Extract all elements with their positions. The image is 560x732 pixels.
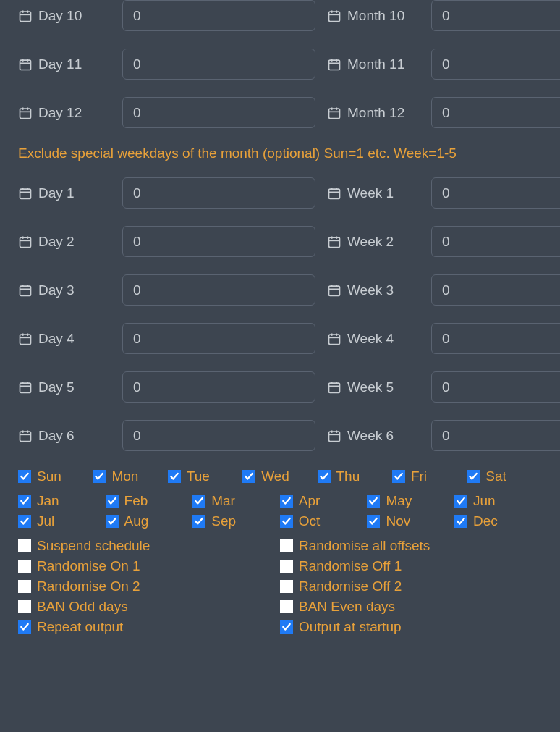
svg-rect-4 [329, 12, 340, 21]
calendar-icon [18, 235, 33, 249]
month-checkbox-item[interactable]: Sep [192, 513, 280, 534]
option-checkbox-item[interactable]: Randomise Off 1 [280, 558, 542, 579]
month-checkbox[interactable] [454, 515, 467, 528]
day-checkbox[interactable] [467, 470, 480, 483]
top_rows-right-input[interactable] [431, 0, 560, 31]
week_rows-left-input[interactable] [122, 226, 315, 257]
day-checkbox-item[interactable]: Mon [93, 468, 167, 489]
week_rows-left-field: Day 4 [18, 323, 315, 354]
option-checkbox[interactable] [280, 620, 293, 634]
option-checkbox-item[interactable]: Output at startup [280, 619, 542, 639]
day-checkbox[interactable] [168, 470, 181, 483]
month-checkbox-item[interactable]: Oct [280, 513, 368, 534]
day-checkbox[interactable] [93, 470, 106, 483]
week_rows-right-input[interactable] [431, 323, 560, 354]
month-checkbox[interactable] [280, 495, 293, 508]
option-label: Randomise Off 1 [299, 558, 402, 574]
day-checkbox-item[interactable]: Sat [467, 468, 541, 489]
field-label: Day 3 [18, 282, 112, 298]
top_rows-left-field: Day 10 [18, 0, 315, 31]
day-label: Mon [111, 468, 138, 484]
day-checkbox-item[interactable]: Wed [242, 468, 317, 489]
month-checkbox-item[interactable]: Aug [106, 513, 193, 534]
option-checkbox-item[interactable]: Suspend schedule [18, 538, 280, 558]
month-checkbox-item[interactable]: Dec [454, 513, 542, 534]
month-checkbox-item[interactable]: May [367, 493, 454, 513]
month-checkbox[interactable] [280, 515, 293, 528]
week_rows-left-input[interactable] [122, 371, 315, 403]
top_rows-right-field: Month 11 [327, 49, 560, 80]
option-label: Output at startup [299, 619, 402, 635]
field-label: Week 3 [327, 282, 421, 298]
week_rows-right-input[interactable] [431, 420, 560, 451]
week_rows-left-input[interactable] [122, 323, 315, 354]
week_rows-right-input[interactable] [431, 274, 560, 306]
month-checkbox[interactable] [18, 515, 31, 528]
option-checkbox-item[interactable]: Randomise On 1 [18, 558, 280, 579]
option-checkbox-item[interactable]: BAN Even days [280, 599, 542, 619]
week_rows-left-field: Day 1 [18, 177, 315, 209]
svg-rect-12 [329, 60, 340, 70]
top_rows-left-input[interactable] [122, 97, 315, 128]
option-label: Suspend schedule [37, 538, 150, 554]
month-label: Nov [386, 513, 410, 529]
option-checkbox[interactable] [18, 539, 31, 552]
day-checkbox[interactable] [318, 470, 331, 483]
svg-rect-8 [20, 60, 31, 70]
option-checkbox[interactable] [280, 560, 293, 573]
month-checkbox[interactable] [192, 515, 205, 528]
day-checkbox-item[interactable]: Fri [392, 468, 467, 489]
week_rows-left-input[interactable] [122, 177, 315, 209]
option-checkbox-item[interactable]: Randomise all offsets [280, 538, 542, 558]
top_rows-left-input[interactable] [122, 49, 315, 80]
week_rows-right-input[interactable] [431, 371, 560, 403]
week_rows-left-input[interactable] [122, 274, 315, 306]
option-checkbox-item[interactable]: BAN Odd days [18, 599, 280, 619]
month-checkbox-item[interactable]: Jul [18, 513, 106, 534]
day-checkbox-item[interactable]: Tue [168, 468, 242, 489]
week_rows-right-input[interactable] [431, 226, 560, 257]
top_rows-left-input[interactable] [122, 0, 315, 31]
month-checkbox[interactable] [18, 495, 31, 508]
month-checkbox[interactable] [106, 515, 119, 528]
month-checkbox-item[interactable]: Jan [18, 493, 106, 513]
field-label: Month 12 [327, 105, 421, 121]
month-checkbox-item[interactable]: Mar [192, 493, 280, 513]
day-checkbox-item[interactable]: Thu [318, 468, 392, 489]
option-checkbox[interactable] [18, 560, 31, 573]
month-checkbox-item[interactable]: Apr [280, 493, 368, 513]
label-text: Day 10 [38, 8, 82, 24]
option-checkbox[interactable] [280, 539, 293, 552]
top_rows-right-input[interactable] [431, 97, 560, 128]
option-checkbox[interactable] [18, 580, 31, 593]
option-checkbox[interactable] [280, 580, 293, 593]
week_rows-left-field: Day 2 [18, 226, 315, 257]
field-label: Day 2 [18, 234, 112, 250]
week_rows-left-input[interactable] [122, 420, 315, 451]
month-checkbox[interactable] [106, 495, 119, 508]
option-checkbox[interactable] [280, 600, 293, 613]
option-checkbox-item[interactable]: Repeat output [18, 619, 280, 639]
option-checkbox[interactable] [18, 620, 31, 634]
month-checkbox[interactable] [454, 495, 467, 508]
month-checkbox[interactable] [367, 495, 380, 508]
option-checkbox-item[interactable]: Randomise On 2 [18, 579, 280, 599]
month-checkbox-item[interactable]: Jun [454, 493, 542, 513]
day-checkbox-item[interactable]: Sun [18, 468, 93, 489]
label-text: Day 6 [38, 428, 75, 444]
option-checkbox-item[interactable]: Randomise Off 2 [280, 579, 542, 599]
month-checkbox-item[interactable]: Nov [367, 513, 454, 534]
month-checkbox[interactable] [192, 495, 205, 508]
day-checkbox[interactable] [392, 470, 405, 483]
option-checkbox[interactable] [18, 600, 31, 613]
days-grid: SunMonTueWedThuFriSat [18, 468, 542, 489]
month-checkbox[interactable] [367, 515, 380, 528]
day-label: Sun [37, 468, 61, 484]
month-checkbox-item[interactable]: Feb [106, 493, 193, 513]
top_rows-right-input[interactable] [431, 49, 560, 80]
day-checkbox[interactable] [18, 470, 31, 483]
week_rows-row: Day 2Week 2 [18, 226, 542, 257]
week_rows-right-input[interactable] [431, 177, 560, 209]
day-checkbox[interactable] [242, 470, 255, 483]
svg-rect-32 [20, 237, 31, 247]
